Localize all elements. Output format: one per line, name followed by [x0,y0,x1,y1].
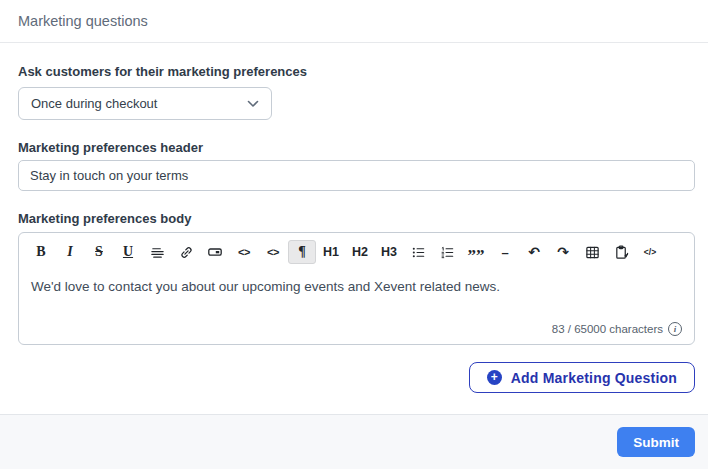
header-field-input[interactable] [18,160,695,191]
undo-button[interactable]: ↶ [520,240,548,264]
bullet-list-icon [411,245,426,260]
table-button[interactable] [578,240,606,264]
italic-button[interactable]: I [56,240,84,264]
strikethrough-button[interactable]: S [85,240,113,264]
align-button[interactable] [143,240,171,264]
header-field-label: Marketing preferences header [18,140,695,155]
preference-select[interactable]: Once during checkout [18,87,272,120]
panel-header: Marketing questions [0,0,708,43]
add-marketing-question-button[interactable]: + Add Marketing Question [469,362,695,393]
editor-content[interactable]: We'd love to contact you about our upcom… [19,267,694,322]
horizontal-rule-icon: – [501,245,508,260]
redo-button[interactable]: ↷ [549,240,577,264]
code-button[interactable]: <> [230,240,258,264]
form-content: Ask customers for their marketing prefer… [0,43,708,393]
chevron-down-icon [247,100,259,108]
paste-button[interactable] [607,240,635,264]
redo-icon: ↷ [557,244,569,260]
paragraph-button[interactable]: ¶ [288,240,316,264]
underline-button[interactable]: U [114,240,142,264]
add-question-row: + Add Marketing Question [18,362,695,393]
ordered-list-icon [440,245,455,260]
table-icon [585,245,600,260]
underline-icon: U [123,244,133,260]
submit-button[interactable]: Submit [617,427,695,457]
editor-text: We'd love to contact you about our upcom… [31,279,500,294]
marketing-questions-panel: Marketing questions Ask customers for th… [0,0,708,469]
heading-2-button[interactable]: H2 [346,240,374,264]
button-icon [207,244,223,260]
undo-icon: ↶ [528,244,540,260]
ordered-list-button[interactable] [433,240,461,264]
blockquote-button[interactable]: ”” [462,240,490,264]
code-icon: <> [238,246,250,258]
strikethrough-icon: S [95,244,103,260]
rich-text-editor: BISU<><>¶H1H2H3””–↶↷</> We'd love to con… [18,232,695,345]
link-button[interactable] [172,240,200,264]
heading-1-button[interactable]: H1 [317,240,345,264]
add-marketing-question-label: Add Marketing Question [511,370,677,386]
link-icon [179,245,194,260]
body-field-section: Marketing preferences body BISU<><>¶H1H2… [18,211,695,345]
blockquote-icon: ”” [468,253,485,259]
source-code-button[interactable]: </> [636,240,664,264]
horizontal-rule-button[interactable]: – [491,240,519,264]
code-block-icon: <> [267,246,279,258]
heading-2-icon: H2 [352,245,368,259]
button-button[interactable] [201,240,229,264]
bold-icon: B [36,244,45,260]
preference-select-label: Ask customers for their marketing prefer… [18,64,695,79]
bold-button[interactable]: B [27,240,55,264]
heading-3-button[interactable]: H3 [375,240,403,264]
info-icon[interactable]: i [668,322,682,336]
paragraph-icon: ¶ [298,244,306,260]
bullet-list-button[interactable] [404,240,432,264]
char-count-row: 83 / 65000 characters i [19,322,694,344]
source-code-icon: </> [644,247,656,257]
heading-3-icon: H3 [381,245,397,259]
header-field-section: Marketing preferences header [18,140,695,191]
preference-select-value: Once during checkout [31,96,247,111]
heading-1-icon: H1 [323,245,339,259]
body-field-label: Marketing preferences body [18,211,695,226]
panel-title: Marketing questions [18,13,690,29]
italic-icon: I [67,244,72,260]
code-block-button[interactable]: <> [259,240,287,264]
paste-icon [614,245,629,260]
preference-section: Ask customers for their marketing prefer… [18,64,695,120]
footer-bar: Submit [0,414,708,469]
char-count: 83 / 65000 characters [552,323,663,335]
align-icon [150,245,165,260]
plus-circle-icon: + [487,370,502,385]
editor-toolbar: BISU<><>¶H1H2H3””–↶↷</> [19,233,694,267]
